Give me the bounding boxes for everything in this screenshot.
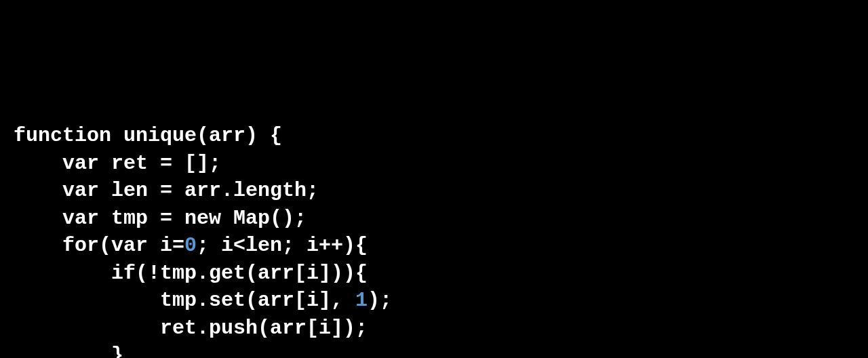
code-text: var tmp = new Map(); <box>14 207 307 230</box>
code-text: } <box>14 344 123 358</box>
code-text: function unique(arr) { <box>14 124 282 147</box>
code-text: ret.push(arr[i]); <box>14 317 368 340</box>
code-text: ); <box>368 289 392 312</box>
code-line-6: if(!tmp.get(arr[i])){ <box>14 260 854 287</box>
number-literal: 1 <box>355 289 368 312</box>
code-text: if(!tmp.get(arr[i])){ <box>14 262 368 285</box>
code-text: tmp.set(arr[i], <box>14 289 355 312</box>
code-line-1: function unique(arr) { <box>14 122 854 150</box>
code-text: var ret = []; <box>14 152 221 175</box>
code-line-4: var tmp = new Map(); <box>14 205 854 233</box>
code-text: var len = arr.length; <box>14 179 319 202</box>
number-literal: 0 <box>184 234 197 257</box>
code-text: for(var i= <box>14 234 184 257</box>
code-block: function unique(arr) { var ret = []; var… <box>14 122 854 358</box>
code-line-3: var len = arr.length; <box>14 177 854 205</box>
code-line-8: ret.push(arr[i]); <box>14 315 854 342</box>
code-line-2: var ret = []; <box>14 150 854 178</box>
code-text: ; i<len; i++){ <box>197 234 368 257</box>
code-line-9: } <box>14 342 854 358</box>
code-line-5: for(var i=0; i<len; i++){ <box>14 232 854 260</box>
code-line-7: tmp.set(arr[i], 1); <box>14 287 854 315</box>
